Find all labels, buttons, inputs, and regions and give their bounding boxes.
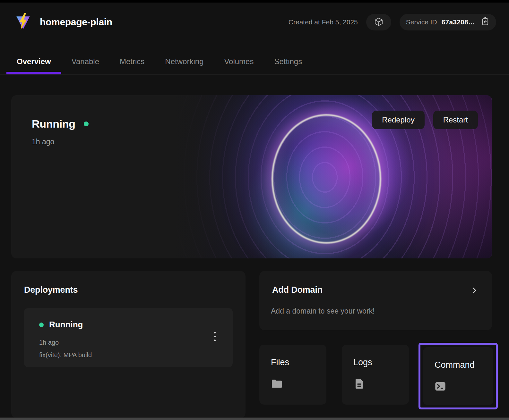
logs-card[interactable]: Logs xyxy=(342,345,409,405)
command-card-highlight-outline: Command xyxy=(418,343,498,409)
deployment-status-row: Running xyxy=(39,320,83,330)
copy-clipboard-icon xyxy=(479,17,490,28)
cube-icon xyxy=(374,17,384,28)
window-top-edge xyxy=(0,0,509,3)
tab-label: Variable xyxy=(72,57,99,66)
tab-label: Settings xyxy=(274,57,302,66)
deployment-list-item[interactable]: Running 1h ago fix(vite): MPA build xyxy=(24,308,233,367)
logs-label: Logs xyxy=(353,357,372,367)
tab-overview[interactable]: Overview xyxy=(6,51,61,72)
deployments-title: Deployments xyxy=(24,285,78,295)
window-bottom-edge xyxy=(0,417,509,420)
tab-networking[interactable]: Networking xyxy=(155,51,214,72)
restart-button[interactable]: Restart xyxy=(433,111,478,129)
folder-icon xyxy=(270,377,283,391)
hero-glow-ring xyxy=(272,114,381,244)
service-hero-card: Running 1h ago Redeploy Restart xyxy=(11,95,492,258)
tab-volumes[interactable]: Volumes xyxy=(214,51,264,72)
tab-variable[interactable]: Variable xyxy=(61,51,109,72)
vite-lightning-logo-icon xyxy=(15,12,31,32)
document-icon xyxy=(353,377,366,391)
deployment-status: Running xyxy=(49,320,83,330)
header: homepage-plain Created at Feb 5, 2025 Se… xyxy=(15,11,496,33)
hero-actions: Redeploy Restart xyxy=(372,111,478,129)
header-actions: Created at Feb 5, 2025 Service ID 67a320… xyxy=(289,14,496,30)
status-green-dot xyxy=(39,323,44,327)
tab-label: Volumes xyxy=(224,57,254,66)
add-domain-card[interactable]: Add Domain Add a domain to see your work… xyxy=(259,271,492,330)
tab-label: Metrics xyxy=(120,57,144,66)
tab-divider xyxy=(0,74,509,75)
deployment-package-button[interactable] xyxy=(366,14,391,30)
deployment-time-ago: 1h ago xyxy=(39,339,59,346)
app-logo[interactable] xyxy=(15,13,31,32)
redeploy-button[interactable]: Redeploy xyxy=(372,111,424,129)
status-green-dot xyxy=(84,122,89,126)
chevron-right-icon xyxy=(470,286,479,296)
tab-metrics[interactable]: Metrics xyxy=(109,51,155,72)
service-id-label: Service ID xyxy=(406,18,437,26)
files-label: Files xyxy=(271,357,289,367)
deployments-card: Deployments Running 1h ago fix(vite): MP… xyxy=(11,271,246,418)
tab-label: Networking xyxy=(165,57,203,66)
service-dashboard: homepage-plain Created at Feb 5, 2025 Se… xyxy=(0,0,509,420)
add-domain-subtitle: Add a domain to see your work! xyxy=(271,307,375,315)
service-status: Running xyxy=(32,118,89,130)
service-id-value: 67a3208… xyxy=(442,18,475,26)
tab-bar: Overview Variable Metrics Networking Vol… xyxy=(6,51,509,72)
page-title: homepage-plain xyxy=(40,17,112,28)
command-card[interactable]: Command xyxy=(423,347,493,405)
tab-settings[interactable]: Settings xyxy=(264,51,312,72)
status-time-ago: 1h ago xyxy=(32,138,54,146)
service-id-button[interactable]: Service ID 67a3208… xyxy=(400,14,496,30)
deployment-menu-button[interactable] xyxy=(209,327,220,345)
deployment-commit-message: fix(vite): MPA build xyxy=(39,351,92,359)
tab-label: Overview xyxy=(17,57,51,66)
created-at-text: Created at Feb 5, 2025 xyxy=(289,18,358,26)
terminal-icon xyxy=(434,380,447,394)
files-card[interactable]: Files xyxy=(259,345,326,405)
add-domain-title: Add Domain xyxy=(272,285,323,295)
status-text: Running xyxy=(32,118,75,130)
command-label: Command xyxy=(435,360,475,370)
